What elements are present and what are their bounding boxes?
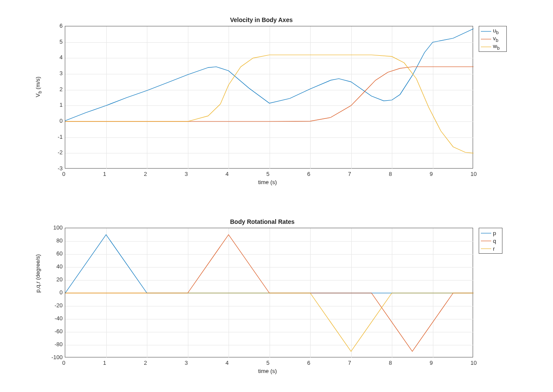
xtick-label: 3 [185, 360, 188, 366]
ytick-label: -80 [45, 341, 63, 347]
ytick-label: 5 [45, 38, 63, 45]
ytick-label: -60 [45, 328, 63, 335]
legend: ubvbwb [479, 26, 507, 52]
legend-item: ub [481, 27, 505, 35]
y-axis-label: Vb (m/s) [35, 76, 42, 97]
series-layer [65, 26, 474, 169]
xtick-label: 10 [470, 171, 477, 177]
ytick-label: 6 [45, 22, 63, 29]
xtick-label: 7 [348, 360, 351, 366]
series-r [65, 293, 474, 351]
ytick-label: 40 [45, 263, 63, 270]
plot-area-0 [65, 26, 473, 169]
y-axis-label: p,q,r (degree/s) [35, 254, 41, 293]
x-axis-label: time (s) [258, 368, 277, 374]
xtick-label: 0 [62, 360, 65, 366]
legend-item: q [481, 237, 500, 245]
xtick-label: 2 [144, 360, 147, 366]
xtick-label: 2 [144, 171, 147, 177]
ytick-label: -100 [45, 354, 63, 360]
ytick-label: 100 [45, 224, 63, 231]
ytick-label: -40 [45, 315, 63, 322]
series-w_b [65, 55, 474, 153]
legend-swatch [481, 249, 491, 249]
ytick-label: 2 [45, 86, 63, 92]
legend-item: r [481, 245, 500, 252]
xtick-label: 10 [470, 360, 477, 366]
xtick-label: 9 [430, 360, 433, 366]
legend-swatch [481, 39, 491, 39]
xtick-label: 1 [103, 360, 106, 366]
legend-item: vb [481, 35, 505, 43]
xtick-label: 9 [430, 171, 433, 177]
legend-item: wb [481, 43, 505, 51]
legend-item: p [481, 229, 500, 237]
ytick-label: 20 [45, 276, 63, 283]
x-axis-label: time (s) [258, 179, 277, 185]
legend-label: vb [493, 35, 499, 43]
ytick-label: -20 [45, 302, 63, 309]
legend-swatch [481, 31, 491, 32]
ytick-label: 1 [45, 102, 63, 108]
ytick-label: -2 [45, 149, 63, 156]
series-p [65, 235, 474, 293]
xtick-label: 0 [62, 171, 65, 177]
xtick-label: 7 [348, 171, 351, 177]
plot-title: Body Rotational Rates [230, 218, 295, 225]
legend-label: q [493, 238, 496, 244]
xtick-label: 1 [103, 171, 106, 177]
series-v_b [65, 67, 474, 122]
xtick-label: 8 [389, 171, 392, 177]
ytick-label: -3 [45, 165, 63, 172]
ytick-label: 3 [45, 70, 63, 76]
xtick-label: 5 [267, 171, 270, 177]
legend-swatch [481, 233, 491, 233]
plot-area-1 [65, 228, 473, 357]
legend-label: wb [493, 43, 499, 51]
legend-swatch [481, 47, 491, 47]
xtick-label: 6 [307, 360, 310, 366]
ytick-label: -1 [45, 134, 63, 140]
ytick-label: 0 [45, 118, 63, 124]
legend-label: ub [493, 27, 499, 35]
legend-label: p [493, 230, 496, 236]
xtick-label: 6 [307, 171, 310, 177]
ytick-label: 80 [45, 237, 63, 244]
xtick-label: 8 [389, 360, 392, 366]
xtick-label: 5 [267, 360, 270, 366]
legend: pqr [479, 228, 502, 254]
legend-label: r [493, 245, 495, 252]
series-layer [65, 228, 474, 358]
plot-title: Velocity in Body Axes [230, 16, 293, 23]
legend-swatch [481, 241, 491, 241]
ytick-label: 60 [45, 250, 63, 257]
series-u_b [65, 29, 474, 121]
xtick-label: 4 [226, 171, 229, 177]
xtick-label: 3 [185, 171, 188, 177]
ytick-label: 0 [45, 289, 63, 296]
xtick-label: 4 [226, 360, 229, 366]
ytick-label: 4 [45, 54, 63, 61]
